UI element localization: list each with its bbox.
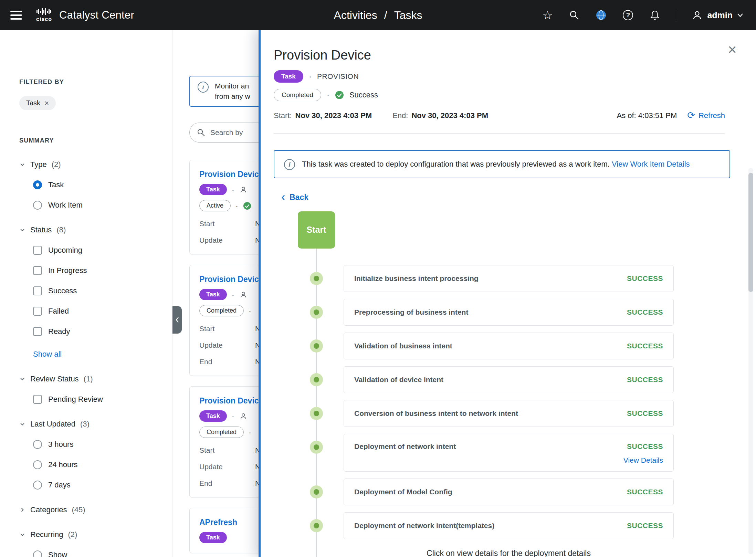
- cisco-logo-text: cisco: [36, 16, 52, 22]
- step-card: Deployment of Model Config SUCCESS: [344, 479, 674, 505]
- panel-scrollbar[interactable]: [748, 168, 753, 554]
- radio-selected[interactable]: [33, 180, 42, 189]
- radio-option-24-hours[interactable]: 24 hours: [33, 460, 162, 469]
- work-item-info-box: i This task was created to deploy config…: [274, 150, 730, 178]
- section-count: (1): [84, 375, 93, 383]
- checkbox[interactable]: [33, 286, 42, 295]
- step-card: Deployment of network intent(templates) …: [344, 512, 674, 539]
- timeline-dot: [310, 373, 323, 386]
- section-count: (2): [68, 530, 77, 539]
- radio[interactable]: [33, 440, 42, 449]
- step-card: Preprocessing of business intent SUCCESS: [344, 299, 674, 326]
- timeline-step: Deployment of network intent SUCCESS Vie…: [274, 434, 756, 472]
- option-label: 24 hours: [48, 460, 78, 469]
- section-header-categories[interactable]: Categories (45): [19, 505, 162, 514]
- chevron-left-icon: [281, 194, 286, 201]
- radio-option-work-item[interactable]: Work Item: [33, 201, 162, 210]
- radio[interactable]: [33, 460, 42, 469]
- step-status: SUCCESS: [627, 274, 663, 283]
- timeline-dot: [310, 485, 323, 498]
- radio[interactable]: [33, 481, 42, 490]
- radio-option-show[interactable]: Show: [33, 550, 162, 557]
- radio-option-task[interactable]: Task: [33, 180, 162, 189]
- notifications-bell-icon[interactable]: [649, 9, 661, 21]
- checkbox-option-success[interactable]: Success: [33, 286, 162, 295]
- checkbox-option-pending-review[interactable]: Pending Review: [33, 395, 162, 404]
- favorites-star-icon[interactable]: ☆: [542, 9, 553, 21]
- refresh-button[interactable]: ⟳ Refresh: [687, 111, 725, 120]
- breadcrumb-separator: /: [384, 9, 387, 22]
- section-header-review-status[interactable]: Review Status (1): [19, 375, 162, 383]
- timeline-step: Conversion of business intent to network…: [274, 400, 756, 427]
- timeline-start-node: Start: [298, 211, 335, 249]
- step-status: SUCCESS: [627, 488, 663, 496]
- user-icon: [239, 412, 248, 420]
- success-check-icon: [335, 91, 344, 99]
- section-count: (45): [72, 505, 85, 514]
- filter-chip-task[interactable]: Task ×: [19, 96, 56, 110]
- user-menu[interactable]: admin: [691, 9, 744, 21]
- chevron-down-icon: [19, 227, 25, 233]
- user-name: admin: [707, 10, 733, 20]
- timeline-note: Click on view details for the deployment…: [344, 549, 674, 557]
- bell-icon-glyph: [649, 10, 660, 21]
- radio[interactable]: [33, 201, 42, 210]
- menu-icon[interactable]: [10, 11, 22, 20]
- radio-option-7-days[interactable]: 7 days: [33, 481, 162, 490]
- task-type-badge: Task: [199, 532, 227, 543]
- close-icon[interactable]: ×: [728, 42, 737, 57]
- checkbox-option-in-progress[interactable]: In Progress: [33, 266, 162, 275]
- page: cisco Catalyst Center Activities / Tasks…: [0, 0, 756, 557]
- section-title: Type: [30, 160, 47, 169]
- task-meta-row: Start: Nov 30, 2023 4:03 PM End: Nov 30,…: [274, 111, 725, 120]
- step-card: Conversion of business intent to network…: [344, 400, 674, 427]
- step-card: Deployment of network intent SUCCESS Vie…: [344, 434, 674, 472]
- cisco-logo: cisco: [36, 8, 52, 22]
- timeline-dot: [310, 441, 323, 454]
- help-icon[interactable]: ?: [622, 9, 634, 21]
- timeline-step: Preprocessing of business intent SUCCESS: [274, 299, 756, 326]
- end-time: End: Nov 30, 2023 4:03 PM: [392, 111, 488, 120]
- view-details-link[interactable]: View Details: [623, 456, 663, 464]
- section-header-recurring[interactable]: Recurring (2): [19, 530, 162, 539]
- panel-header: Provision Device Task · PROVISION Comple…: [261, 30, 756, 134]
- checkbox-option-upcoming[interactable]: Upcoming: [33, 246, 162, 255]
- section-title: Categories: [30, 505, 67, 514]
- task-type-badge: Task: [199, 184, 227, 195]
- breadcrumb: Activities / Tasks: [334, 9, 422, 22]
- sidebar-collapse-handle[interactable]: [172, 306, 182, 334]
- option-label: Success: [48, 286, 77, 295]
- app-title: Catalyst Center: [59, 9, 134, 21]
- summary-label: SUMMARY: [19, 137, 162, 144]
- chip-close-icon[interactable]: ×: [44, 99, 49, 107]
- show-all-link[interactable]: Show all: [33, 350, 162, 359]
- section-header-type[interactable]: Type (2): [19, 160, 162, 169]
- cloud-status-icon[interactable]: [595, 9, 607, 21]
- radio[interactable]: [33, 550, 42, 557]
- radio-option-3-hours[interactable]: 3 hours: [33, 440, 162, 449]
- checkbox[interactable]: [33, 246, 42, 255]
- search-icon[interactable]: [568, 9, 580, 21]
- checkbox[interactable]: [33, 327, 42, 336]
- option-label: 7 days: [48, 481, 71, 490]
- checkbox-option-ready[interactable]: Ready: [33, 327, 162, 336]
- view-work-item-details-link[interactable]: View Work Item Details: [612, 160, 690, 168]
- breadcrumb-tasks[interactable]: Tasks: [394, 9, 422, 22]
- back-button[interactable]: Back: [281, 193, 308, 202]
- checkbox[interactable]: [33, 307, 42, 316]
- step-status: SUCCESS: [627, 442, 663, 451]
- section-count: (2): [52, 160, 61, 169]
- breadcrumb-activities[interactable]: Activities: [334, 9, 377, 22]
- checkbox[interactable]: [33, 266, 42, 275]
- chevron-down-icon: [19, 532, 25, 538]
- user-icon: [239, 291, 248, 299]
- chevron-right-icon: [19, 507, 25, 513]
- checkbox[interactable]: [33, 395, 42, 404]
- checkbox-option-failed[interactable]: Failed: [33, 307, 162, 316]
- navbar-divider: [676, 9, 676, 22]
- section-header-last-updated[interactable]: Last Updated (3): [19, 420, 162, 429]
- option-label: Upcoming: [48, 246, 82, 255]
- panel-scrollbar-thumb[interactable]: [748, 173, 753, 292]
- status-badge: Completed: [274, 89, 321, 101]
- section-header-status[interactable]: Status (8): [19, 225, 162, 234]
